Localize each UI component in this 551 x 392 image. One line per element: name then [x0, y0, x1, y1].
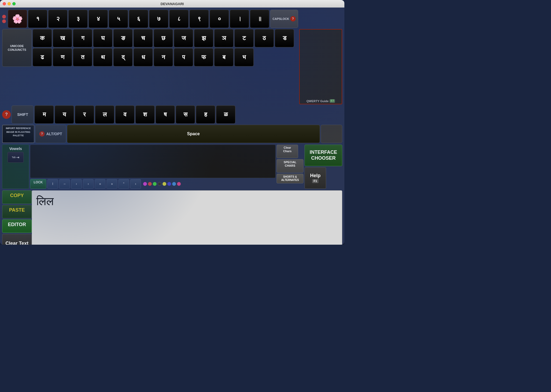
- key-lla[interactable]: ळ: [216, 105, 235, 124]
- color-dots: [143, 182, 181, 186]
- dot-green[interactable]: [153, 182, 157, 186]
- clear-text-button[interactable]: Clear Text: [2, 234, 32, 245]
- key-1[interactable]: १: [28, 10, 47, 28]
- key-la[interactable]: ल: [95, 105, 114, 124]
- punct-key-7[interactable]: ": [118, 179, 129, 189]
- consonant-row-2: ढ ण त थ द् ध न प फ ब भ: [33, 48, 298, 66]
- key-nga[interactable]: ङ: [113, 29, 133, 47]
- indicator-2[interactable]: [2, 19, 6, 23]
- clear-chars-button[interactable]: Clear Chars: [277, 145, 298, 158]
- punct-key-8[interactable]: ›: [130, 179, 141, 189]
- unicode-conjuncts-key[interactable]: UNICODECONJUNCTS: [2, 29, 32, 67]
- key-6[interactable]: ६: [129, 10, 148, 28]
- key-jha[interactable]: झ: [194, 29, 213, 47]
- key-pha[interactable]: फ: [194, 48, 213, 66]
- qwerty-guide-panel: QWERTY Guide F7: [299, 29, 342, 104]
- key-ta[interactable]: त: [73, 48, 92, 66]
- key-ha[interactable]: ह: [196, 105, 215, 124]
- key-ya[interactable]: य: [55, 105, 74, 124]
- key-3[interactable]: ३: [68, 10, 88, 28]
- key-bha[interactable]: भ: [234, 48, 254, 66]
- maximize-button[interactable]: [12, 2, 16, 5]
- key-tha[interactable]: थ: [93, 48, 112, 66]
- key-ba[interactable]: ब: [214, 48, 234, 66]
- key-cha[interactable]: छ: [154, 29, 173, 47]
- dot-blue[interactable]: [167, 182, 171, 186]
- key-danda[interactable]: ।: [230, 10, 249, 28]
- key-ga[interactable]: ग: [73, 29, 92, 47]
- text-editor[interactable]: लिल: [32, 190, 342, 245]
- punct-key-4[interactable]: ›: [83, 179, 94, 189]
- shift-help-badge[interactable]: ?: [2, 110, 11, 119]
- key-9[interactable]: ९: [189, 10, 209, 28]
- capslock-badge: ?: [290, 16, 296, 22]
- paste-button[interactable]: PASTE: [2, 205, 32, 218]
- key-ma[interactable]: म: [34, 105, 54, 124]
- title-bar: DEVANAGARI: [0, 0, 344, 8]
- key-dda[interactable]: ड: [275, 29, 294, 47]
- key-sa[interactable]: स: [176, 105, 195, 124]
- help-button[interactable]: Help F1: [305, 167, 326, 189]
- key-5[interactable]: ५: [109, 10, 128, 28]
- key-na[interactable]: न: [154, 48, 173, 66]
- dot-red[interactable]: [148, 182, 152, 186]
- key-nna[interactable]: ण: [53, 48, 72, 66]
- indicator-1[interactable]: [2, 15, 6, 19]
- key-ja[interactable]: ज: [174, 29, 193, 47]
- punct-key-3[interactable]: ‹: [71, 179, 82, 189]
- dot-black[interactable]: [158, 182, 161, 186]
- key-ttha[interactable]: ठ: [255, 29, 274, 47]
- flower-key[interactable]: 🌸: [8, 10, 27, 28]
- shorts-alternates-button[interactable]: SHORTS & ALTERNATES: [277, 174, 303, 183]
- key-nya[interactable]: ञ: [214, 29, 234, 47]
- lock-button[interactable]: LOCK: [30, 179, 46, 189]
- key-ddha[interactable]: ढ: [33, 48, 52, 66]
- key-2[interactable]: २: [48, 10, 68, 28]
- editor-button[interactable]: EDITOR: [2, 219, 32, 233]
- key-da-hal[interactable]: द्: [113, 48, 133, 66]
- window-title: DEVANAGARI: [161, 2, 184, 6]
- altopt-badge: ?: [39, 131, 45, 137]
- f7-badge[interactable]: F7: [330, 99, 335, 103]
- copy-button[interactable]: COPY: [2, 190, 32, 204]
- shift-button[interactable]: SHIFT: [12, 105, 34, 124]
- key-0[interactable]: ०: [210, 10, 229, 28]
- punct-key-2[interactable]: –: [59, 179, 70, 189]
- punct-key-6[interactable]: »: [107, 179, 117, 189]
- key-ca[interactable]: च: [133, 29, 153, 47]
- dot-pink[interactable]: [177, 182, 181, 186]
- dot-purple[interactable]: [143, 182, 147, 186]
- key-8[interactable]: ८: [169, 10, 189, 28]
- minimize-button[interactable]: [8, 2, 11, 5]
- close-button[interactable]: [3, 2, 6, 5]
- key-ssa[interactable]: ष: [156, 105, 175, 124]
- key-pa[interactable]: प: [174, 48, 193, 66]
- key-ddanda[interactable]: ॥: [250, 10, 269, 28]
- vowel-input-strip[interactable]: [30, 145, 276, 178]
- special-chars-button[interactable]: SPECIAL CHARS: [277, 159, 303, 173]
- key-tta[interactable]: ट: [234, 29, 254, 47]
- punct-key-5[interactable]: «: [95, 179, 105, 189]
- interface-chooser-button[interactable]: INTERFACE CHOOSER: [305, 145, 342, 166]
- dot-yellow[interactable]: [163, 182, 166, 186]
- altopt-button[interactable]: ? ALT/OPT: [35, 125, 66, 143]
- key-4[interactable]: ४: [89, 10, 108, 28]
- space-key[interactable]: Space: [67, 125, 320, 143]
- controls-row-1: Clear Chars SPECIAL CHARS SHORTS & ALTER…: [277, 145, 342, 189]
- tab-key[interactable]: Tab ⇥: [8, 152, 24, 163]
- key-gha[interactable]: घ: [93, 29, 112, 47]
- capslock-button[interactable]: CAPSLOCK ?: [270, 10, 298, 28]
- key-dha[interactable]: ध: [133, 48, 153, 66]
- import-ref-button[interactable]: IMPORT REFERENCE IMAGE IN FLOATING PALET…: [2, 125, 34, 143]
- key-kha[interactable]: ख: [53, 29, 72, 47]
- consonant-rows: UNICODECONJUNCTS क ख ग घ ङ च छ ज झ ञ: [2, 29, 342, 104]
- enter-key[interactable]: [321, 125, 342, 143]
- punct-key-1[interactable]: I: [47, 179, 58, 189]
- key-va[interactable]: व: [115, 105, 135, 124]
- dot-lightblue[interactable]: [172, 182, 176, 186]
- key-7[interactable]: ७: [149, 10, 168, 28]
- key-ra[interactable]: र: [75, 105, 94, 124]
- key-ka[interactable]: क: [33, 29, 52, 47]
- capslock-label: CAPSLOCK: [273, 17, 289, 20]
- key-sha[interactable]: श: [135, 105, 155, 124]
